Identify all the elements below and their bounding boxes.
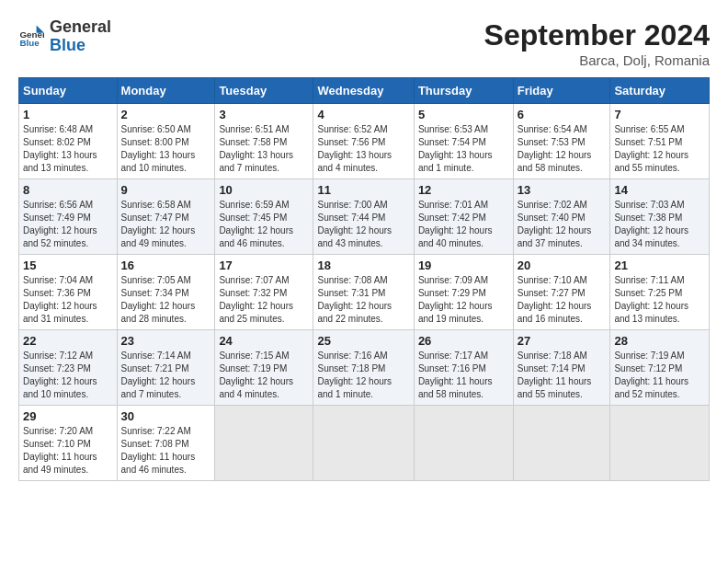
day-number: 9 [121,183,211,197]
day-info: Sunrise: 7:05 AM Sunset: 7:34 PM Dayligh… [121,274,211,326]
day-info: Sunrise: 7:15 AM Sunset: 7:19 PM Dayligh… [219,350,309,401]
day-number: 15 [23,259,113,272]
day-info: Sunrise: 7:07 AM Sunset: 7:32 PM Dayligh… [219,274,309,326]
calendar-week-row: 8Sunrise: 6:56 AM Sunset: 7:49 PM Daylig… [19,179,710,255]
day-number: 16 [121,259,211,272]
day-number: 30 [121,409,211,423]
calendar-week-row: 1Sunrise: 6:48 AM Sunset: 8:02 PM Daylig… [19,104,710,179]
calendar-cell: 17Sunrise: 7:07 AM Sunset: 7:32 PM Dayli… [215,255,313,330]
calendar-cell: 2Sunrise: 6:50 AM Sunset: 8:00 PM Daylig… [117,104,215,179]
day-number: 13 [518,183,607,197]
day-number: 18 [317,259,409,272]
calendar-cell: 15Sunrise: 7:04 AM Sunset: 7:36 PM Dayli… [19,255,118,330]
calendar-cell: 4Sunrise: 6:52 AM Sunset: 7:56 PM Daylig… [313,104,414,179]
day-number: 29 [23,409,113,423]
day-info: Sunrise: 6:50 AM Sunset: 8:00 PM Dayligh… [121,123,211,175]
day-info: Sunrise: 6:56 AM Sunset: 7:49 PM Dayligh… [23,199,113,250]
day-info: Sunrise: 6:58 AM Sunset: 7:47 PM Dayligh… [121,199,211,250]
calendar-cell [513,406,610,481]
day-number: 12 [418,183,509,197]
day-number: 14 [614,183,705,197]
calendar-cell [610,406,710,481]
calendar-cell: 20Sunrise: 7:10 AM Sunset: 7:27 PM Dayli… [513,255,610,330]
day-info: Sunrise: 6:53 AM Sunset: 7:54 PM Dayligh… [418,123,509,175]
location-subtitle: Barca, Dolj, Romania [484,52,710,68]
day-info: Sunrise: 7:02 AM Sunset: 7:40 PM Dayligh… [518,199,607,250]
calendar-cell: 1Sunrise: 6:48 AM Sunset: 8:02 PM Daylig… [19,104,118,179]
day-number: 4 [317,108,409,121]
day-info: Sunrise: 7:17 AM Sunset: 7:16 PM Dayligh… [418,350,509,401]
day-number: 8 [23,183,113,197]
logo: General Blue General Blue [18,18,111,55]
calendar-cell: 25Sunrise: 7:16 AM Sunset: 7:18 PM Dayli… [313,330,414,406]
month-year-title: September 2024 [484,18,710,52]
day-info: Sunrise: 7:18 AM Sunset: 7:14 PM Dayligh… [518,350,607,401]
calendar-cell [313,406,414,481]
svg-marker-2 [37,25,44,32]
day-info: Sunrise: 7:00 AM Sunset: 7:44 PM Dayligh… [317,199,409,250]
day-number: 25 [317,334,409,348]
calendar-cell: 11Sunrise: 7:00 AM Sunset: 7:44 PM Dayli… [313,179,414,255]
day-number: 7 [614,108,705,121]
calendar-header-row: SundayMondayTuesdayWednesdayThursdayFrid… [19,78,710,104]
calendar-cell [414,406,513,481]
calendar-cell: 23Sunrise: 7:14 AM Sunset: 7:21 PM Dayli… [117,330,215,406]
day-info: Sunrise: 7:01 AM Sunset: 7:42 PM Dayligh… [418,199,509,250]
calendar-header-tuesday: Tuesday [215,78,313,104]
calendar-cell: 22Sunrise: 7:12 AM Sunset: 7:23 PM Dayli… [19,330,118,406]
day-number: 6 [518,108,607,121]
day-info: Sunrise: 7:22 AM Sunset: 7:08 PM Dayligh… [121,425,211,477]
day-info: Sunrise: 6:51 AM Sunset: 7:58 PM Dayligh… [219,123,309,175]
day-number: 27 [518,334,607,348]
calendar-cell: 21Sunrise: 7:11 AM Sunset: 7:25 PM Dayli… [610,255,710,330]
day-info: Sunrise: 7:08 AM Sunset: 7:31 PM Dayligh… [317,274,409,326]
calendar-cell: 10Sunrise: 6:59 AM Sunset: 7:45 PM Dayli… [215,179,313,255]
day-info: Sunrise: 7:12 AM Sunset: 7:23 PM Dayligh… [23,350,113,401]
calendar-cell: 12Sunrise: 7:01 AM Sunset: 7:42 PM Dayli… [414,179,513,255]
day-number: 10 [219,183,309,197]
calendar-cell: 19Sunrise: 7:09 AM Sunset: 7:29 PM Dayli… [414,255,513,330]
day-info: Sunrise: 6:52 AM Sunset: 7:56 PM Dayligh… [317,123,409,175]
logo-blue: Blue [50,37,111,55]
day-info: Sunrise: 6:59 AM Sunset: 7:45 PM Dayligh… [219,199,309,250]
day-number: 2 [121,108,211,121]
day-number: 21 [614,259,705,272]
calendar-header-sunday: Sunday [19,78,118,104]
calendar-cell: 24Sunrise: 7:15 AM Sunset: 7:19 PM Dayli… [215,330,313,406]
day-number: 23 [121,334,211,348]
calendar-cell: 16Sunrise: 7:05 AM Sunset: 7:34 PM Dayli… [117,255,215,330]
calendar-cell: 14Sunrise: 7:03 AM Sunset: 7:38 PM Dayli… [610,179,710,255]
calendar-cell: 30Sunrise: 7:22 AM Sunset: 7:08 PM Dayli… [117,406,215,481]
calendar-week-row: 29Sunrise: 7:20 AM Sunset: 7:10 PM Dayli… [19,406,710,481]
day-number: 22 [23,334,113,348]
day-info: Sunrise: 7:20 AM Sunset: 7:10 PM Dayligh… [23,425,113,477]
day-info: Sunrise: 7:09 AM Sunset: 7:29 PM Dayligh… [418,274,509,326]
day-number: 5 [418,108,509,121]
calendar-body: 1Sunrise: 6:48 AM Sunset: 8:02 PM Daylig… [19,104,710,481]
day-number: 28 [614,334,705,348]
logo-general: General [50,18,111,37]
calendar-header-monday: Monday [117,78,215,104]
calendar-cell: 8Sunrise: 6:56 AM Sunset: 7:49 PM Daylig… [19,179,118,255]
calendar-header-wednesday: Wednesday [313,78,414,104]
calendar-cell: 13Sunrise: 7:02 AM Sunset: 7:40 PM Dayli… [513,179,610,255]
logo-icon: General Blue [18,24,44,50]
calendar-header-saturday: Saturday [610,78,710,104]
day-info: Sunrise: 6:48 AM Sunset: 8:02 PM Dayligh… [23,123,113,175]
calendar-cell: 27Sunrise: 7:18 AM Sunset: 7:14 PM Dayli… [513,330,610,406]
day-number: 26 [418,334,509,348]
day-number: 17 [219,259,309,272]
calendar-week-row: 22Sunrise: 7:12 AM Sunset: 7:23 PM Dayli… [19,330,710,406]
calendar-cell: 6Sunrise: 6:54 AM Sunset: 7:53 PM Daylig… [513,104,610,179]
page-header: General Blue General Blue September 2024… [18,18,710,68]
day-number: 11 [317,183,409,197]
day-number: 20 [518,259,607,272]
day-info: Sunrise: 7:14 AM Sunset: 7:21 PM Dayligh… [121,350,211,401]
calendar-cell: 5Sunrise: 6:53 AM Sunset: 7:54 PM Daylig… [414,104,513,179]
calendar-week-row: 15Sunrise: 7:04 AM Sunset: 7:36 PM Dayli… [19,255,710,330]
calendar-header-friday: Friday [513,78,610,104]
calendar-cell [215,406,313,481]
calendar-table: SundayMondayTuesdayWednesdayThursdayFrid… [18,77,710,481]
day-info: Sunrise: 6:54 AM Sunset: 7:53 PM Dayligh… [518,123,607,175]
day-info: Sunrise: 7:04 AM Sunset: 7:36 PM Dayligh… [23,274,113,326]
